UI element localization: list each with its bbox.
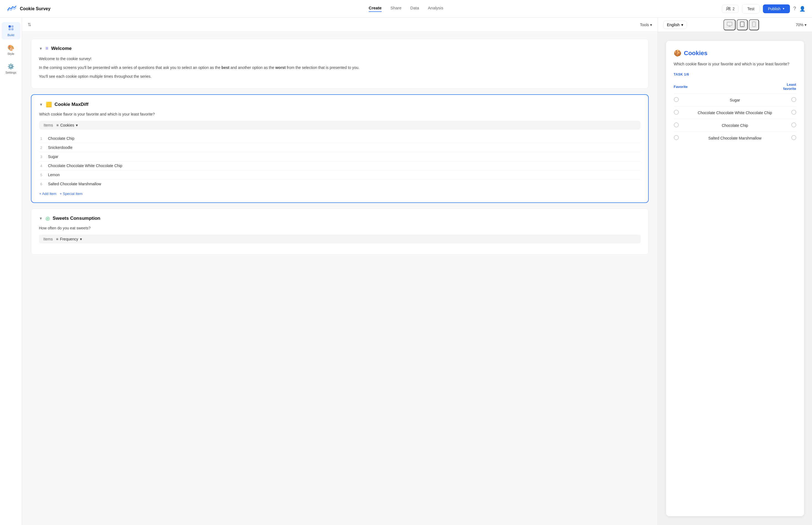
cookie-maxdiff-section: ▼ 🟨 Cookie MaxDiff Which cookie flavor i… <box>31 94 649 203</box>
sidebar-item-settings[interactable]: ⚙️ Settings <box>2 60 20 77</box>
add-special-link[interactable]: + Special Item <box>60 192 83 196</box>
toolbar-left: ⇅ <box>28 22 31 27</box>
table-row: Chocolate Chocolate White Chocolate Chip <box>674 106 796 119</box>
user-count-value: 2 <box>733 6 735 11</box>
tab-share[interactable]: Share <box>390 5 402 12</box>
preview-survey-card: 🍪 Cookies Which cookie flavor is your fa… <box>666 41 804 516</box>
sweets-header: ▼ ◎ Sweets Consumption <box>39 215 641 221</box>
collapse-icon[interactable]: ⇅ <box>28 22 31 27</box>
mobile-view-button[interactable] <box>749 19 759 30</box>
sweets-collapse-icon[interactable]: ▼ <box>39 216 43 221</box>
builder-area: ⇅ Tools ▾ ▼ ≡ Welcome Welcome to the coo… <box>22 18 658 525</box>
sweets-title: Sweets Consumption <box>53 215 100 221</box>
build-label: Build <box>8 33 14 37</box>
col-item-header <box>690 80 780 94</box>
tools-dropdown-icon: ▾ <box>650 22 652 27</box>
user-count-button[interactable]: 2 <box>722 5 739 13</box>
maxdiff-collapse-icon[interactable]: ▼ <box>39 102 43 107</box>
svg-rect-4 <box>9 28 11 30</box>
desktop-view-button[interactable] <box>723 19 736 30</box>
list-item: 4 Chocolate Chocolate White Chocolate Ch… <box>39 161 640 170</box>
lang-dropdown-arrow: ▾ <box>681 22 683 27</box>
tablet-view-button[interactable] <box>737 19 748 30</box>
top-navigation: Cookie Survey Create Share Data Analysis… <box>0 0 812 18</box>
items-dropdown-arrow: ▾ <box>76 123 78 127</box>
radio-favorite-1[interactable] <box>674 97 679 102</box>
user-profile-button[interactable]: 👤 <box>799 6 806 12</box>
welcome-title: Welcome <box>51 46 71 51</box>
build-content: ▼ ≡ Welcome Welcome to the cookie survey… <box>22 32 658 525</box>
app-title: Cookie Survey <box>20 6 50 11</box>
svg-rect-5 <box>11 28 14 30</box>
preview-question: Which cookie flavor is your favorite and… <box>674 61 796 67</box>
tools-button[interactable]: Tools ▾ <box>640 22 652 27</box>
nav-right: 2 Test Publish ▼ ? 👤 <box>722 4 806 14</box>
main-layout: Build 🎨 Style ⚙️ Settings ⇅ Tools ▾ <box>0 18 812 525</box>
preview-survey-title: 🍪 Cookies <box>674 50 796 57</box>
list-item: 5 Lemon <box>39 170 640 180</box>
preview-table: Favorite Least favorite Sugar <box>674 80 796 144</box>
col-least-header: Least favorite <box>780 80 796 94</box>
maxdiff-section-icon: 🟨 <box>46 102 52 107</box>
zoom-selector[interactable]: 70% ▾ <box>796 22 807 27</box>
help-button[interactable]: ? <box>793 6 796 12</box>
tab-create[interactable]: Create <box>369 5 382 12</box>
radio-least-4[interactable] <box>791 135 796 140</box>
list-item: 1 Chocolate Chip <box>39 134 640 143</box>
sidebar-item-build[interactable]: Build <box>2 22 20 40</box>
list-item: 2 Snickerdoodle <box>39 143 640 152</box>
table-row: Chocolate Chip <box>674 119 796 132</box>
items-label: Items <box>44 123 53 127</box>
radio-favorite-2[interactable] <box>674 110 679 115</box>
table-row: Sugar <box>674 94 796 106</box>
sweets-items-dropdown[interactable]: ≡ Frequency ▾ <box>56 237 82 241</box>
maxdiff-question: Which cookie flavor is your favorite and… <box>39 112 640 116</box>
add-item-link[interactable]: + Add Item <box>39 192 57 196</box>
tab-analysis[interactable]: Analysis <box>428 5 443 12</box>
settings-icon: ⚙️ <box>8 63 14 70</box>
zoom-dropdown-arrow: ▾ <box>804 22 807 27</box>
svg-point-0 <box>726 7 728 9</box>
tab-data[interactable]: Data <box>410 5 419 12</box>
welcome-header: ▼ ≡ Welcome <box>39 45 641 51</box>
left-sidebar: Build 🎨 Style ⚙️ Settings <box>0 18 22 525</box>
maxdiff-header: ▼ 🟨 Cookie MaxDiff <box>39 102 640 107</box>
welcome-line2: In the coming screens you'll be presente… <box>39 64 641 71</box>
sidebar-item-style[interactable]: 🎨 Style <box>2 42 20 58</box>
svg-point-8 <box>742 26 742 27</box>
items-tab-bar: Items ≡ Cookies ▾ <box>39 121 640 130</box>
radio-favorite-4[interactable] <box>674 135 679 140</box>
radio-least-2[interactable] <box>791 110 796 115</box>
radio-favorite-3[interactable] <box>674 122 679 127</box>
style-label: Style <box>8 52 14 56</box>
task-badge: TASK 1/6 <box>674 73 796 76</box>
sweets-section: ▼ ◎ Sweets Consumption How often do you … <box>31 208 649 255</box>
welcome-line3: You'll see each cookie option multiple t… <box>39 73 641 80</box>
preview-content: 🍪 Cookies Which cookie flavor is your fa… <box>658 32 812 525</box>
preview-toolbar: English ▾ <box>658 18 812 32</box>
welcome-section: ▼ ≡ Welcome Welcome to the cookie survey… <box>31 39 649 89</box>
table-row: Salted Chocolate Marshmallow <box>674 132 796 145</box>
welcome-section-icon: ≡ <box>45 45 48 51</box>
nav-left: Cookie Survey <box>6 5 50 13</box>
welcome-collapse-icon[interactable]: ▼ <box>39 46 43 51</box>
style-icon: 🎨 <box>8 44 14 51</box>
welcome-text: Welcome to the cookie survey! In the com… <box>39 56 641 80</box>
radio-least-3[interactable] <box>791 122 796 127</box>
publish-button[interactable]: Publish ▼ <box>763 4 790 13</box>
svg-rect-6 <box>727 22 732 26</box>
list-item: 3 Sugar <box>39 152 640 161</box>
sweets-question: How often do you eat sweets? <box>39 226 641 230</box>
language-selector[interactable]: English ▾ <box>663 21 687 29</box>
device-selector <box>723 19 759 30</box>
col-favorite-header: Favorite <box>674 80 690 94</box>
svg-point-1 <box>729 7 730 9</box>
test-button[interactable]: Test <box>742 4 759 14</box>
app-logo-icon <box>6 5 17 13</box>
nav-tabs: Create Share Data Analysis <box>369 5 443 12</box>
radio-least-1[interactable] <box>791 97 796 102</box>
preview-toolbar-left: English ▾ <box>663 21 687 29</box>
maxdiff-title: Cookie MaxDiff <box>55 102 89 107</box>
items-dropdown[interactable]: ≡ Cookies ▾ <box>56 123 78 127</box>
sweets-list-icon: ≡ <box>56 237 58 241</box>
